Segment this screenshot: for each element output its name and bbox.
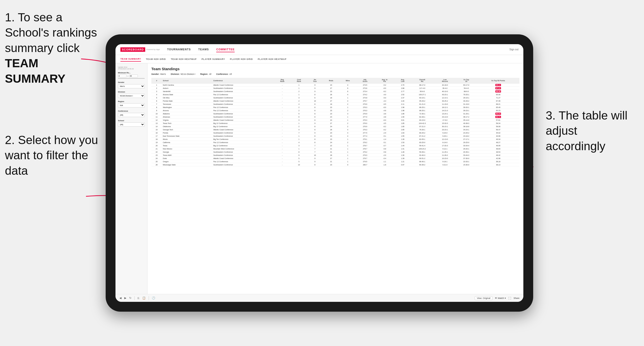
- col-reg-rank: RegRank: [274, 78, 291, 83]
- filter-minimum-rank-label: Minimum Ro...: [118, 72, 145, 74]
- cell-adj-score: 276.0: [356, 122, 374, 125]
- toolbar-clock-icon[interactable]: 🕐: [152, 296, 155, 300]
- cell-rnds: 24: [322, 125, 340, 128]
- nav-item-tournaments[interactable]: TOURNAMENTS: [167, 47, 191, 52]
- cell-rnds: 23: [322, 163, 340, 166]
- cell-no-tour: 9: [308, 131, 322, 135]
- cell-rank: 19: [151, 141, 162, 144]
- cell-vs50: 86.08: [477, 90, 520, 93]
- cell-rnds: 27: [322, 157, 340, 160]
- cell-wins: 1: [340, 160, 356, 163]
- tablet-frame: SCOREBOARD Powered by clippi TOURNAMENTS…: [106, 34, 533, 312]
- cell-overall: 72-30-1: [410, 112, 434, 115]
- cell-reg-rank: -: [274, 83, 291, 87]
- cell-adj-score: 280.7: [356, 163, 374, 166]
- cell-wins: 4: [340, 135, 356, 138]
- cell-avg-low: 3.01: [395, 119, 410, 122]
- sub-nav-team-summary[interactable]: TEAM SUMMARY: [120, 57, 141, 62]
- filter-region-select[interactable]: N/A All: [118, 103, 145, 108]
- toolbar-copy-icon[interactable]: ⎘: [138, 297, 139, 300]
- view-original-button[interactable]: View: Original: [475, 296, 492, 300]
- watch-button[interactable]: 👁 Watch ▾: [495, 297, 506, 299]
- toolbar-reload-icon[interactable]: ↻: [129, 296, 132, 300]
- sub-nav-player-summary[interactable]: PLAYER SUMMARY: [202, 57, 225, 61]
- cell-no-tour: 8: [308, 106, 322, 109]
- cell-vs25: 38-18-8: [456, 125, 477, 128]
- cell-no-tour: 8: [308, 128, 322, 131]
- filter-rank-min-input[interactable]: [118, 75, 126, 77]
- table-area: Team Standings Gender: Men's Division: N…: [148, 63, 523, 294]
- nav-item-committee[interactable]: COMMITTEE: [216, 47, 235, 52]
- cell-school: Florida: [162, 131, 212, 135]
- cell-conference: Mountain West Conference: [212, 147, 274, 151]
- filter-region: Region N/A All: [118, 100, 145, 108]
- filter-school: School (All): [118, 120, 145, 127]
- filter-rank-slider[interactable]: [118, 78, 145, 79]
- toolbar-back-icon[interactable]: ◀: [120, 296, 122, 300]
- cell-conf-rank: 2: [291, 99, 308, 103]
- sub-nav-team-h2h-grid[interactable]: TEAM H2H GRID: [146, 57, 166, 61]
- toolbar-paste-icon[interactable]: 📋: [142, 296, 146, 300]
- cell-adj-score: 273.6: [356, 87, 374, 90]
- cell-wins: 1: [340, 144, 356, 147]
- cell-school: Virginia: [162, 119, 212, 122]
- cell-vs25: 88-6-0: [456, 90, 477, 93]
- table-row: 7 Tennessee Southeastern Conference - 4 …: [151, 103, 520, 106]
- cell-rnds: 21: [322, 160, 340, 163]
- cell-reg-rank: -: [274, 144, 291, 147]
- cell-conf-rank: 3: [291, 144, 308, 147]
- cell-school: Oklahoma: [162, 125, 212, 128]
- cell-avg-to-par: -6.2: [374, 128, 395, 131]
- cell-avg-to-par: -6.0: [374, 87, 395, 90]
- filter-division-select[interactable]: NCAA Division I NCAA Division II NCAA Di…: [118, 94, 145, 98]
- filter-school-select[interactable]: (All): [118, 123, 145, 127]
- main-content: Update time: 27/03/2024 16:56:26 Minimum…: [116, 63, 523, 294]
- cell-no-tour: 9: [308, 157, 322, 160]
- filter-conference-select[interactable]: (All): [118, 113, 145, 117]
- cell-school: Tennessee: [162, 103, 212, 106]
- sub-nav-player-h2h-heatmap[interactable]: PLAYER H2H HEATMAP: [258, 57, 286, 61]
- cell-adj-score: 279.5: [356, 160, 374, 163]
- cell-conference: Atlantic Coast Conference: [212, 83, 274, 87]
- cell-conf-rank: 2: [291, 109, 308, 112]
- cell-conf-rank: 4: [291, 141, 308, 144]
- cell-conf-rank: 1: [291, 83, 308, 87]
- cell-reg-rank: -: [274, 122, 291, 125]
- update-time: Update time: 27/03/2024 16:56:26: [118, 66, 145, 70]
- sign-out[interactable]: Sign out: [509, 48, 518, 51]
- cell-rank: 7: [151, 103, 162, 106]
- eye-icon: 👁: [495, 297, 497, 299]
- table-row: 8 Washington Pac-12 Conference - 2 8 23 …: [151, 106, 520, 109]
- cell-vs25: 15-30-0: [456, 163, 477, 166]
- cell-rank: 20: [151, 144, 162, 147]
- cell-conference: Pac-12 Conference: [212, 141, 274, 144]
- toolbar-forward-icon[interactable]: ▶: [124, 296, 126, 300]
- sidebar-filters: Update time: 27/03/2024 16:56:26 Minimum…: [116, 63, 148, 294]
- cell-avg-low: 1.86: [395, 112, 410, 115]
- nav-item-teams[interactable]: TEAMS: [198, 47, 209, 52]
- cell-adj-score: 279.3: [356, 154, 374, 157]
- col-avg-low: Avg.Low: [395, 78, 410, 83]
- sub-nav-team-h2h-heatmap[interactable]: TEAM H2H HEATMAP: [171, 57, 196, 61]
- cell-school: Washington: [162, 106, 212, 109]
- toolbar-resize-icon[interactable]: ⛶: [508, 297, 511, 300]
- cell-conference: Big 12 Conference: [212, 125, 274, 128]
- table-row: 16 Florida Southeastern Conference - 7 9…: [151, 131, 520, 135]
- table-row: 6 Florida State Atlantic Coast Conferenc…: [151, 99, 520, 103]
- cell-vs25: 31-19-0: [456, 103, 477, 106]
- cell-record: 4-21-0: [434, 163, 456, 166]
- cell-rnds: 23: [322, 106, 340, 109]
- cell-school: Vanderbilt: [162, 90, 212, 93]
- filter-gender-select[interactable]: Men's Women's: [118, 84, 145, 88]
- cell-avg-to-par: -6.2: [374, 125, 395, 128]
- share-button[interactable]: Share: [514, 297, 520, 299]
- sub-nav-player-h2h-grid[interactable]: PLAYER H2H GRID: [230, 57, 253, 61]
- cell-reg-rank: -: [274, 128, 291, 131]
- table-row: 13 Texas Tech Big 12 Conference - 1 9 27…: [151, 122, 520, 125]
- table-row: 20 Texas Big 12 Conference - 3 7 22 1 27…: [151, 144, 520, 147]
- cell-wins: 0: [340, 163, 356, 166]
- cell-avg-low: 2.88: [395, 87, 410, 90]
- cell-conference: Southeastern Conference: [212, 87, 274, 90]
- filter-rank-max-input[interactable]: [129, 75, 138, 77]
- cell-overall: 86-25-1: [410, 106, 434, 109]
